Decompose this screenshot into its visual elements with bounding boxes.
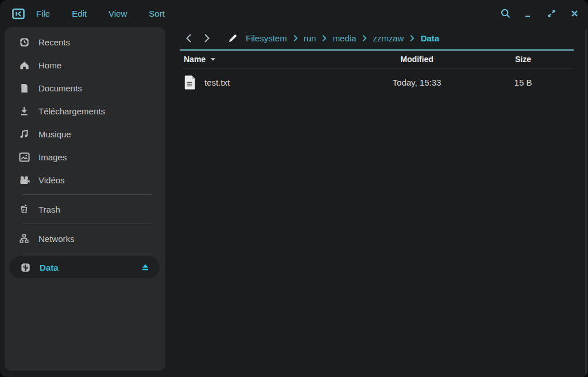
sidebar-item-recents[interactable]: Recents: [5, 30, 165, 53]
document-icon: [18, 82, 30, 94]
path-toolbar: Filesystem run media zzmzaw Data: [165, 27, 588, 49]
sidebar-item-label: Vidéos: [38, 175, 65, 185]
sidebar-item-label: Home: [38, 60, 61, 70]
trash-icon: [18, 203, 30, 215]
sidebar-item-label: Musique: [38, 129, 71, 139]
chevron-right-icon: [292, 34, 299, 43]
forward-icon[interactable]: [202, 33, 211, 44]
sidebar-item-networks[interactable]: Networks: [5, 227, 165, 250]
column-header-name[interactable]: Name: [184, 55, 359, 64]
vertical-scrollbar[interactable]: [585, 29, 587, 375]
sidebar-separator: [22, 224, 152, 224]
sort-descending-icon: [210, 57, 216, 61]
column-header-name-label: Name: [184, 55, 206, 64]
search-icon[interactable]: [494, 2, 517, 25]
menu-view[interactable]: View: [109, 9, 127, 18]
sidebar-item-label: Recents: [38, 37, 70, 47]
sidebar-item-data[interactable]: Data: [9, 256, 160, 278]
text-file-icon: [184, 74, 196, 90]
close-icon[interactable]: [563, 2, 586, 25]
edit-path-pencil-icon[interactable]: [227, 33, 238, 44]
sidebar-item-videos[interactable]: Vidéos: [5, 168, 165, 191]
usb-drive-icon: [20, 261, 31, 273]
file-name: test.txt: [204, 78, 230, 87]
sidebar-item-music[interactable]: Musique: [5, 122, 165, 145]
sidebar-item-images[interactable]: Images: [5, 145, 165, 168]
sidebar-item-label: Data: [40, 263, 59, 272]
chevron-right-icon: [321, 34, 327, 43]
sidebar-item-label: Networks: [38, 234, 75, 244]
menu-sort[interactable]: Sort: [149, 9, 165, 18]
sidebar-separator: [22, 253, 152, 253]
clock-icon: [18, 36, 30, 48]
file-manager-window: File Edit View Sort Recents Home Documen…: [0, 0, 588, 377]
list-header: Name Modified Size: [165, 51, 588, 68]
maximize-icon[interactable]: [540, 2, 563, 25]
breadcrumb-segment-run[interactable]: run: [304, 33, 316, 43]
file-modified: Today, 15:33: [359, 78, 474, 87]
video-camera-icon: [18, 174, 30, 186]
menu-file[interactable]: File: [36, 9, 50, 18]
column-header-size[interactable]: Size: [474, 55, 572, 64]
download-icon: [18, 105, 30, 117]
sidebar-item-documents[interactable]: Documents: [5, 76, 165, 99]
breadcrumb-segment-media[interactable]: media: [332, 33, 356, 43]
menu-edit[interactable]: Edit: [72, 9, 87, 18]
breadcrumb-segment-data-current[interactable]: Data: [420, 33, 439, 43]
file-view: Filesystem run media zzmzaw Data Name Mo…: [165, 27, 588, 377]
file-size: 15 B: [474, 78, 572, 87]
breadcrumb-segment-filesystem[interactable]: Filesystem: [246, 33, 287, 43]
network-icon: [18, 233, 30, 244]
column-header-modified[interactable]: Modified: [359, 55, 474, 64]
app-logo-icon[interactable]: [11, 7, 25, 20]
sidebar-item-downloads[interactable]: Téléchargements: [5, 99, 165, 122]
sidebar: Recents Home Documents Téléchargements M…: [5, 27, 165, 371]
chevron-right-icon: [409, 34, 415, 43]
titlebar: File Edit View Sort: [0, 0, 588, 27]
home-icon: [18, 59, 30, 71]
minimize-icon[interactable]: [517, 2, 540, 25]
sidebar-item-home[interactable]: Home: [5, 53, 165, 76]
chevron-right-icon: [361, 34, 368, 43]
sidebar-item-label: Téléchargements: [38, 106, 105, 116]
back-icon[interactable]: [184, 33, 193, 44]
sidebar-separator: [22, 194, 152, 195]
sidebar-item-trash[interactable]: Trash: [5, 198, 165, 221]
breadcrumb-segment-zzmzaw[interactable]: zzmzaw: [373, 33, 404, 43]
breadcrumb: Filesystem run media zzmzaw Data: [246, 33, 439, 43]
sidebar-item-label: Trash: [38, 205, 60, 214]
file-row-test-txt[interactable]: test.txt Today, 15:33 15 B: [165, 68, 588, 96]
eject-icon[interactable]: [140, 262, 150, 272]
sidebar-item-label: Documents: [38, 83, 82, 93]
image-icon: [18, 151, 30, 163]
sidebar-item-label: Images: [38, 152, 67, 162]
music-icon: [18, 128, 30, 140]
